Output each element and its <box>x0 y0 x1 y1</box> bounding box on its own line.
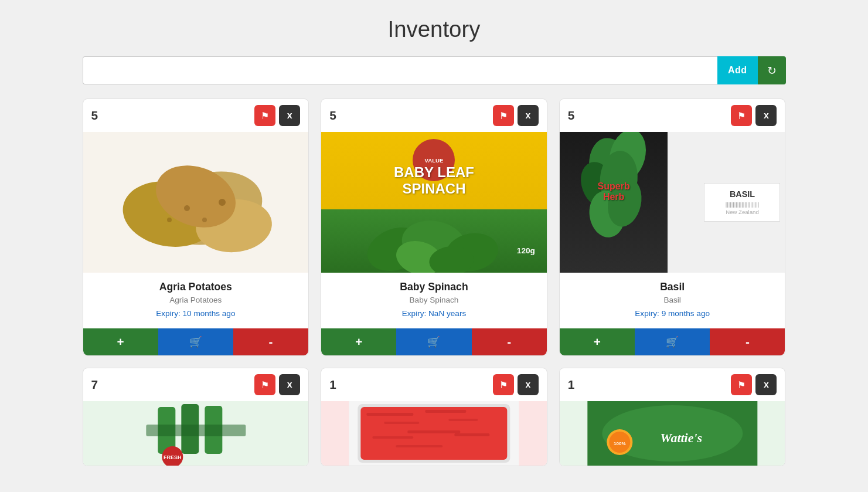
product-image: FRESH <box>83 401 309 466</box>
card-actions: ⚑ x <box>254 374 300 395</box>
add-quantity-button[interactable]: + <box>83 328 158 355</box>
flag-button[interactable]: ⚑ <box>731 105 752 126</box>
svg-rect-34 <box>372 436 413 439</box>
card-actions: ⚑ x <box>493 374 539 395</box>
card-basil: 5 ⚑ x SuperbH <box>559 99 786 356</box>
svg-rect-23 <box>146 425 246 436</box>
card-expiry: Expiry: 9 months ago <box>569 309 776 318</box>
basil-brand-name: SuperbHerb <box>571 181 656 202</box>
cart-button[interactable] <box>158 328 233 355</box>
expiry-value: 10 months ago <box>183 309 236 318</box>
close-button[interactable]: x <box>518 374 539 395</box>
cart-icon <box>666 336 679 348</box>
remove-quantity-button[interactable]: - <box>233 328 308 355</box>
svg-text:100%: 100% <box>614 441 625 446</box>
greenveg-svg: FRESH <box>83 401 309 466</box>
add-quantity-button[interactable]: + <box>560 328 635 355</box>
close-button[interactable]: x <box>279 374 300 395</box>
product-image <box>83 132 309 273</box>
card-actions: ⚑ x <box>493 105 539 126</box>
close-icon: x <box>764 110 769 121</box>
card-subtitle: Agria Potatoes <box>93 296 299 304</box>
expiry-label: Expiry: <box>402 309 427 318</box>
close-icon: x <box>525 379 530 390</box>
card-info: Baby Spinach Baby Spinach Expiry: NaN ye… <box>321 273 547 328</box>
product-image: SuperbHerb BASIL |||||||||||||||||||||||… <box>560 132 785 273</box>
potato-svg <box>111 138 281 267</box>
flag-icon: ⚑ <box>499 110 508 121</box>
card-count: 5 <box>568 108 575 123</box>
card-count: 5 <box>329 108 336 123</box>
card-expiry: Expiry: 10 months ago <box>93 309 299 318</box>
flag-button[interactable]: ⚑ <box>493 105 514 126</box>
svg-text:FRESH: FRESH <box>164 454 182 460</box>
basil-label-text: BASIL <box>708 189 776 199</box>
card-watties: 1 ⚑ x 100% Wattie's <box>559 368 786 466</box>
close-button[interactable]: x <box>518 105 539 126</box>
close-button[interactable]: x <box>755 374 777 395</box>
expiry-label: Expiry: <box>635 309 659 318</box>
card-actions: ⚑ x <box>731 374 777 395</box>
card-count: 1 <box>329 378 336 392</box>
expiry-value: NaN years <box>428 309 466 318</box>
flag-button[interactable]: ⚑ <box>731 374 752 395</box>
card-green-veg: 7 ⚑ x FRESH <box>83 368 309 466</box>
svg-point-6 <box>219 199 226 206</box>
close-icon: x <box>287 379 292 390</box>
product-image <box>321 401 547 466</box>
add-quantity-button[interactable]: + <box>321 328 396 355</box>
cart-button[interactable] <box>396 328 471 355</box>
svg-point-4 <box>184 205 190 211</box>
close-button[interactable]: x <box>279 105 300 126</box>
card-title: Baby Spinach <box>331 281 537 293</box>
svg-rect-33 <box>407 430 460 433</box>
flag-icon: ⚑ <box>499 379 508 391</box>
search-input[interactable] <box>83 56 717 84</box>
card-actions: ⚑ x <box>731 105 777 126</box>
flag-icon: ⚑ <box>737 110 746 121</box>
card-buttons: + - <box>560 328 785 355</box>
remove-quantity-button[interactable]: - <box>710 328 785 355</box>
search-bar: Add <box>42 56 827 84</box>
card-header: 1 ⚑ x <box>321 368 547 401</box>
product-image: 100% Wattie's <box>560 401 785 466</box>
refresh-icon <box>767 64 777 77</box>
card-info: Agria Potatoes Agria Potatoes Expiry: 10… <box>83 273 309 328</box>
flag-button[interactable]: ⚑ <box>493 374 514 395</box>
refresh-button[interactable] <box>758 56 786 84</box>
card-baby-spinach: 5 ⚑ x VALUE BABY LEAFSPINACH 120g <box>321 99 547 356</box>
card-header: 5 ⚑ x <box>560 99 785 132</box>
svg-rect-36 <box>396 445 442 447</box>
add-button[interactable]: Add <box>717 56 758 84</box>
card-actions: ⚑ x <box>254 105 300 126</box>
flag-button[interactable]: ⚑ <box>254 374 275 395</box>
card-agria-potatoes: 5 ⚑ x <box>83 99 309 356</box>
flag-icon: ⚑ <box>261 379 269 391</box>
basil-barcode-label: ||||||||||||||||||||||| <box>708 201 776 208</box>
card-header: 1 ⚑ x <box>560 368 785 401</box>
expiry-value: 9 months ago <box>662 309 710 318</box>
cart-icon <box>427 336 440 348</box>
flag-icon: ⚑ <box>261 110 269 121</box>
flag-button[interactable]: ⚑ <box>254 105 275 126</box>
basil-small-text: New Zealand <box>708 209 776 215</box>
card-title: Basil <box>569 281 776 293</box>
inventory-grid: 5 ⚑ x <box>42 99 827 466</box>
card-title: Agria Potatoes <box>93 281 299 293</box>
basil-leaves-svg <box>560 132 684 273</box>
card-expiry: Expiry: NaN years <box>331 309 537 318</box>
card-count: 7 <box>91 378 98 392</box>
card-header: 5 ⚑ x <box>83 99 309 132</box>
expiry-label: Expiry: <box>156 309 181 318</box>
close-icon: x <box>525 110 530 121</box>
svg-point-7 <box>167 218 172 222</box>
remove-quantity-button[interactable]: - <box>472 328 547 355</box>
card-subtitle: Basil <box>569 296 776 304</box>
svg-rect-35 <box>454 433 489 436</box>
close-icon: x <box>764 379 769 390</box>
close-button[interactable]: x <box>755 105 777 126</box>
svg-rect-30 <box>384 422 419 424</box>
cart-button[interactable] <box>635 328 710 355</box>
basil-label: BASIL ||||||||||||||||||||||| New Zealan… <box>704 183 780 222</box>
card-buttons: + - <box>83 328 309 355</box>
